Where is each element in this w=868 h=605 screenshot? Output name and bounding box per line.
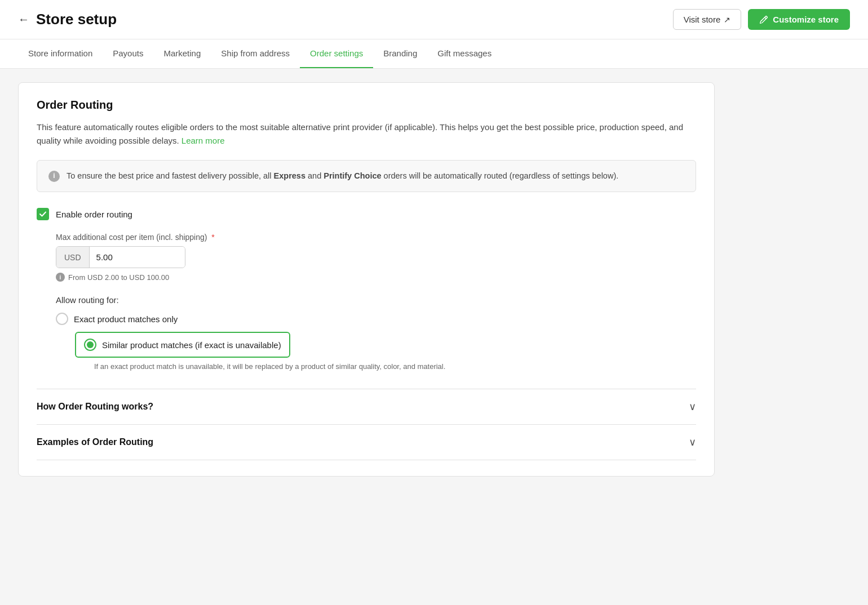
- tab-order-settings[interactable]: Order settings: [300, 39, 373, 68]
- enable-routing-checkbox[interactable]: [37, 208, 49, 220]
- info-box: i To ensure the best price and fastest d…: [37, 160, 696, 192]
- currency-prefix: USD: [56, 247, 90, 268]
- accordion-item-examples: Examples of Order Routing ∨: [37, 425, 696, 460]
- main-content: Order Routing This feature automatically…: [0, 69, 733, 490]
- visit-store-label: Visit store: [684, 15, 721, 24]
- tab-payouts[interactable]: Payouts: [103, 39, 153, 68]
- section-description: This feature automatically routes eligib…: [37, 121, 696, 148]
- range-hint: i From USD 2.00 to USD 100.00: [56, 273, 696, 282]
- accordion: How Order Routing works? ∨ Examples of O…: [37, 389, 696, 460]
- tab-branding[interactable]: Branding: [373, 39, 427, 68]
- enable-routing-row: Enable order routing: [37, 208, 696, 220]
- learn-more-link[interactable]: Learn more: [181, 136, 225, 145]
- visit-store-button[interactable]: Visit store ↗: [673, 9, 742, 30]
- express-label: Express: [274, 171, 305, 180]
- accordion-title-examples: Examples of Order Routing: [37, 437, 153, 447]
- back-button[interactable]: ←: [18, 13, 29, 26]
- info-icon: i: [48, 171, 60, 182]
- back-icon: ←: [18, 13, 29, 26]
- header: ← Store setup Visit store ↗ Customize st…: [0, 0, 868, 39]
- required-star: *: [211, 233, 214, 242]
- accordion-title-how-works: How Order Routing works?: [37, 402, 153, 412]
- customize-store-label: Customize store: [773, 15, 839, 24]
- similar-matches-radio[interactable]: [84, 339, 96, 351]
- section-desc-text: This feature automatically routes eligib…: [37, 122, 683, 145]
- external-link-icon: ↗: [724, 15, 730, 24]
- accordion-header-how-works[interactable]: How Order Routing works? ∨: [37, 389, 696, 424]
- nav-tabs: Store information Payouts Marketing Ship…: [0, 39, 868, 69]
- accordion-item-how-works: How Order Routing works? ∨: [37, 389, 696, 425]
- printify-choice-label: Printify Choice: [324, 171, 381, 180]
- tab-gift-messages[interactable]: Gift messages: [427, 39, 502, 68]
- exact-matches-radio[interactable]: [56, 313, 68, 325]
- pencil-icon: [759, 15, 768, 24]
- similar-matches-label: Similar product matches (if exact is una…: [102, 340, 281, 350]
- similar-matches-desc: If an exact product match is unavailable…: [94, 362, 696, 371]
- chevron-down-icon-how-works: ∨: [689, 401, 696, 413]
- enable-routing-label: Enable order routing: [56, 210, 132, 219]
- similar-product-wrapper: Similar product matches (if exact is una…: [75, 332, 696, 371]
- routing-label: Allow routing for:: [56, 295, 696, 305]
- section-title: Order Routing: [37, 99, 696, 112]
- tab-marketing[interactable]: Marketing: [153, 39, 211, 68]
- similar-matches-box[interactable]: Similar product matches (if exact is una…: [75, 332, 290, 358]
- checkmark-icon: [39, 210, 47, 218]
- customize-store-button[interactable]: Customize store: [748, 9, 850, 30]
- header-left: ← Store setup: [18, 11, 117, 28]
- exact-matches-label: Exact product matches only: [74, 314, 178, 324]
- cost-section: Max additional cost per item (incl. ship…: [56, 233, 696, 282]
- cost-input-group: USD: [56, 246, 185, 268]
- order-routing-card: Order Routing This feature automatically…: [18, 82, 715, 477]
- page-title: Store setup: [36, 11, 117, 28]
- info-box-text: To ensure the best price and fastest del…: [67, 170, 618, 183]
- cost-input[interactable]: [90, 247, 185, 268]
- cost-label: Max additional cost per item (incl. ship…: [56, 233, 696, 242]
- radio-selected-indicator: [87, 341, 94, 348]
- radio-group: Exact product matches only Similar produ…: [56, 313, 696, 371]
- accordion-header-examples[interactable]: Examples of Order Routing ∨: [37, 425, 696, 460]
- range-info-icon: i: [56, 273, 65, 282]
- tab-store-information[interactable]: Store information: [18, 39, 103, 68]
- header-actions: Visit store ↗ Customize store: [673, 9, 850, 30]
- chevron-down-icon-examples: ∨: [689, 436, 696, 448]
- tab-ship-from-address[interactable]: Ship from address: [211, 39, 300, 68]
- exact-matches-row: Exact product matches only: [56, 313, 696, 325]
